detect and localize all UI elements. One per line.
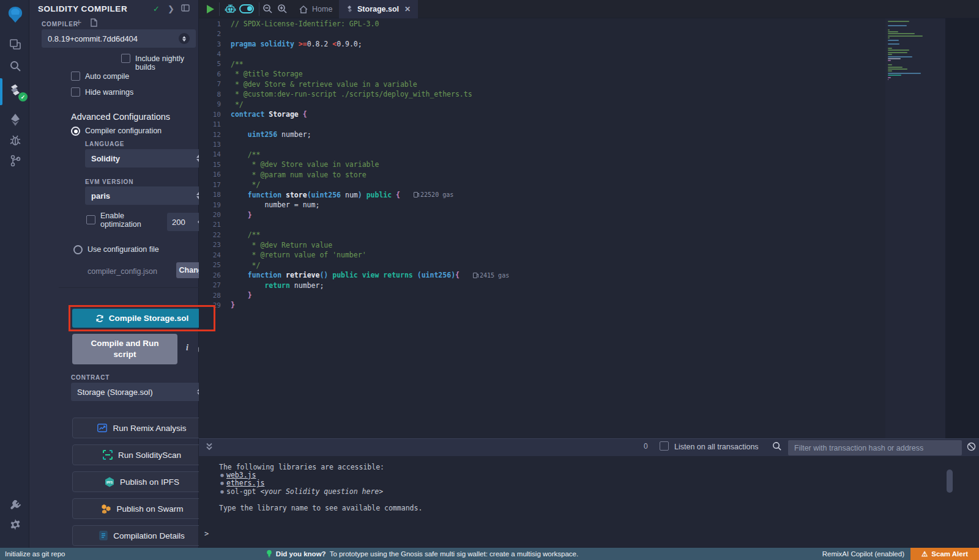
code-line[interactable]: 22 /** (199, 230, 885, 240)
code-line[interactable]: 9 */ (199, 100, 885, 109)
advanced-configurations-title[interactable]: Advanced Configurations (71, 112, 170, 122)
add-compiler-icon[interactable]: + (76, 17, 81, 28)
code-line[interactable]: 2 (199, 29, 885, 39)
line-number: 17 (199, 181, 231, 189)
web3-link[interactable]: web3.js (226, 471, 256, 479)
code-editor[interactable]: 1// SPDX-License-Identifier: GPL-3.023pr… (199, 18, 885, 438)
code-line[interactable]: 23 * @dev Return value (199, 240, 885, 250)
runs-value-field[interactable] (172, 218, 193, 227)
code-line[interactable]: 19 number = num; (199, 200, 885, 210)
code-line[interactable]: 13 (199, 139, 885, 149)
listen-all-transactions-label: Listen on all transactions (674, 443, 759, 451)
code-line[interactable]: 12 uint256 number; (199, 130, 885, 139)
search-icon[interactable] (7, 58, 23, 74)
run-solidityscan-button[interactable]: Run SolidityScan (72, 444, 212, 465)
terminal-prompt[interactable]: > (204, 529, 209, 538)
code-line[interactable]: 26 function retrieve() public view retur… (199, 270, 885, 280)
zoom-out-icon[interactable] (262, 4, 273, 17)
remixai-robot-icon[interactable] (225, 4, 236, 17)
scam-alert-badge[interactable]: ⚠ Scam Alert (910, 548, 979, 560)
use-config-file-radio[interactable] (73, 245, 83, 254)
code-line[interactable]: 27 return number; (199, 280, 885, 290)
chevron-right-icon[interactable]: ❯ (168, 4, 174, 13)
code-line[interactable]: 15 * @dev Store value in variable (199, 160, 885, 169)
copilot-toggle[interactable] (239, 4, 254, 13)
tab-home[interactable]: Home (292, 0, 340, 18)
transaction-filter-input[interactable] (788, 440, 962, 455)
contract-section-label: CONTRACT (71, 374, 110, 381)
code-line[interactable]: 21 (199, 220, 885, 230)
zoom-in-icon[interactable] (277, 4, 288, 17)
run-remix-analysis-button[interactable]: Run Remix Analysis (72, 418, 212, 438)
code-line[interactable]: 11 (199, 119, 885, 129)
code-line[interactable]: 8 * @custom:dev-run-script ./scripts/dep… (199, 89, 885, 99)
clear-console-icon[interactable] (967, 442, 976, 454)
enable-optimization-checkbox[interactable] (86, 215, 95, 224)
file-explorer-icon[interactable] (7, 37, 23, 53)
editor-minimap[interactable] (885, 18, 945, 438)
code-line[interactable]: 24 * @return value of 'number' (199, 250, 885, 260)
tab-storage-sol[interactable]: Storage.sol ✕ (339, 0, 418, 18)
compiler-version-select[interactable]: 0.8.19+commit.7dd6d404 (42, 29, 196, 48)
lightbulb-icon (266, 550, 272, 558)
solidity-compiler-panel: SOLIDITY COMPILER ✓ ❯ COMPILER + 0.8.19+… (29, 0, 199, 548)
plugin-manager-icon[interactable] (7, 498, 23, 514)
git-icon[interactable] (7, 153, 23, 169)
terminal-line: ●sol-gpt <your Solidity question here> (219, 487, 979, 495)
compiler-config-radio[interactable] (71, 127, 80, 136)
evm-version-select[interactable]: paris (85, 186, 207, 205)
code-line[interactable]: 28 } (199, 290, 885, 300)
code-line[interactable]: 25 */ (199, 260, 885, 270)
code-line[interactable]: 4 (199, 49, 885, 59)
remix-ide-window: ✓ SOLIDITY COMPILER ✓ ❯ COMPILER + (0, 0, 979, 560)
line-number: 1 (199, 20, 231, 28)
pin-panel-icon[interactable] (181, 4, 190, 13)
code-line[interactable]: 6 * @title Storage (199, 69, 885, 79)
solidity-compiler-icon[interactable]: ✓ (7, 83, 23, 99)
run-script-play-icon[interactable] (206, 4, 215, 17)
code-line[interactable]: 18 function store(uint256 num) public {2… (199, 190, 885, 199)
hide-warnings-checkbox[interactable] (71, 87, 80, 97)
terminal-search-icon[interactable] (772, 441, 782, 454)
bullet-icon: ● (219, 480, 225, 486)
remix-logo[interactable] (7, 7, 23, 23)
close-tab-icon[interactable]: ✕ (404, 5, 411, 13)
contract-select[interactable]: Storage (Storage.sol) (71, 383, 208, 401)
editor-scrollbar-track[interactable] (945, 18, 979, 438)
swarm-icon (101, 504, 111, 514)
publish-ipfs-button[interactable]: IPFS Publish on IPFS (72, 471, 212, 492)
code-line[interactable]: 7 * @dev Store & retrieve value in a var… (199, 79, 885, 89)
deploy-run-icon[interactable] (7, 112, 23, 128)
auto-compile-checkbox[interactable] (71, 72, 80, 81)
code-line[interactable]: 16 * @param num value to store (199, 170, 885, 180)
collapse-terminal-icon[interactable] (206, 442, 213, 453)
language-select[interactable]: Solidity (85, 149, 207, 168)
code-line[interactable]: 10contract Storage { (199, 109, 885, 119)
compile-button[interactable]: Compile Storage.sol (72, 309, 212, 328)
copilot-status[interactable]: RemixAI Copilot (enabled) (822, 550, 904, 558)
code-line[interactable]: 1// SPDX-License-Identifier: GPL-3.0 (199, 19, 885, 29)
code-line[interactable]: 5/** (199, 59, 885, 69)
details-icon (99, 531, 108, 540)
line-number: 25 (199, 261, 231, 269)
include-nightly-checkbox[interactable] (121, 54, 130, 63)
info-icon[interactable]: i (186, 343, 188, 353)
language-label: LANGUAGE (85, 141, 124, 147)
debugger-icon[interactable] (7, 132, 23, 148)
publish-swarm-button[interactable]: Publish on Swarm (72, 498, 212, 519)
settings-gear-icon[interactable] (7, 517, 23, 532)
terminal-output[interactable]: The following libraries are accessible: … (199, 456, 979, 548)
code-line[interactable]: 17 */ (199, 180, 885, 190)
open-file-icon[interactable] (89, 18, 97, 29)
code-line[interactable]: 20 } (199, 210, 885, 219)
compile-and-run-button[interactable]: Compile and Runscript (72, 334, 177, 364)
ethers-link[interactable]: ethers.js (226, 479, 264, 487)
listen-all-transactions-checkbox[interactable] (660, 441, 669, 451)
code-line[interactable]: 3pragma solidity >=0.8.2 <0.9.0; (199, 39, 885, 49)
compilation-details-button[interactable]: Compilation Details (72, 525, 212, 546)
line-number: 22 (199, 231, 231, 239)
code-line[interactable]: 29} (199, 300, 885, 310)
terminal-scrollbar-thumb[interactable] (947, 470, 953, 493)
enable-optimization-label: Enableoptimization (100, 212, 141, 229)
code-line[interactable]: 14 /** (199, 150, 885, 160)
